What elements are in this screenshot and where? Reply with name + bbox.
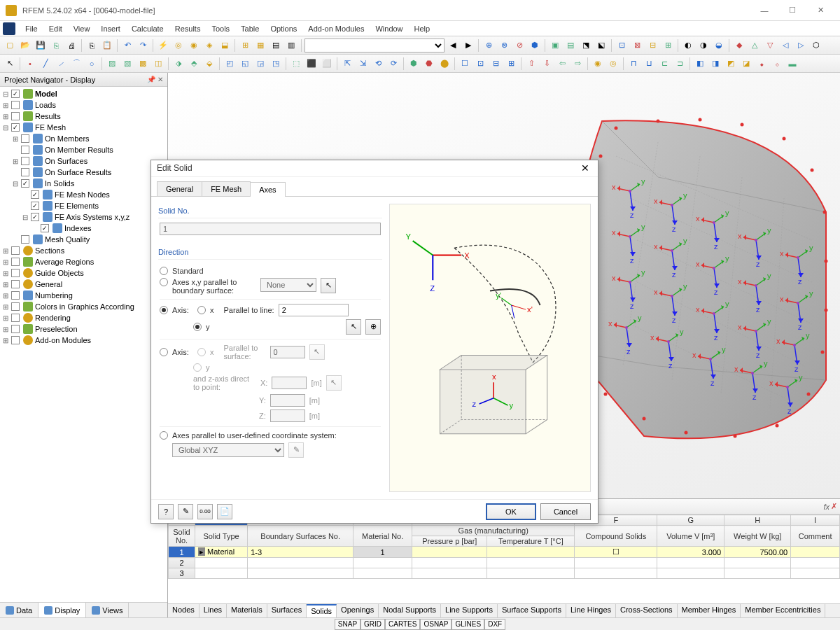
expand-icon[interactable]: ⊟ (1, 124, 10, 132)
expand-icon[interactable]: ⊞ (1, 303, 10, 311)
expand-icon[interactable]: ⊞ (1, 247, 10, 255)
expand-icon[interactable]: ⊞ (1, 113, 10, 120)
radio-user-cs[interactable] (160, 431, 168, 440)
checkbox[interactable] (11, 336, 20, 344)
menu-results[interactable]: Results (169, 22, 206, 35)
tool-icon[interactable]: ⟲ (371, 57, 385, 71)
table-tab[interactable]: Cross-Sections (616, 604, 678, 617)
expand-icon[interactable]: ⊞ (1, 337, 10, 344)
tool-icon[interactable]: ⊟ (645, 38, 659, 52)
tool-icon[interactable]: ⊠ (630, 38, 644, 52)
tree-node[interactable]: ⊞On Surfaces (1, 155, 166, 167)
loadcase-combo[interactable] (304, 38, 444, 52)
tool-icon[interactable]: ◎ (606, 57, 620, 71)
circle-icon[interactable]: ○ (85, 57, 99, 71)
menu-table[interactable]: Table (235, 22, 265, 35)
checkbox[interactable] (11, 302, 20, 311)
tool-icon[interactable]: ⬥ (755, 57, 769, 71)
checkbox[interactable] (11, 101, 20, 109)
dialog-close-icon[interactable]: ✕ (578, 161, 592, 175)
checkbox[interactable] (11, 269, 20, 277)
tool-icon[interactable]: ◳ (269, 57, 283, 71)
tree-node[interactable]: ⊞Loads (1, 99, 166, 111)
next-icon[interactable]: ▶ (461, 38, 475, 52)
saveall-icon[interactable]: ⎘ (49, 38, 63, 52)
table-tab[interactable]: Materials (227, 604, 267, 617)
polyline-icon[interactable]: ⟋ (54, 57, 68, 71)
tool-icon[interactable]: ▷ (794, 38, 808, 52)
table-tab[interactable]: Member Eccentricities (741, 604, 825, 617)
radio-standard[interactable] (160, 267, 168, 275)
tree-node[interactable]: ⊞Colors in Graphics According (1, 301, 166, 312)
expand-icon[interactable]: ⊞ (1, 258, 10, 266)
tool-icon[interactable]: ⬕ (594, 38, 608, 52)
menu-tools[interactable]: Tools (206, 22, 235, 35)
tree-node[interactable]: ⊟In Solids (1, 178, 166, 189)
tool-icon[interactable]: ⬤ (438, 57, 451, 71)
tree-node[interactable]: ⊞Numbering (1, 290, 166, 301)
tool-icon[interactable]: ▥ (284, 38, 298, 52)
tool-icon[interactable]: ⬓ (218, 38, 232, 52)
tool-icon[interactable]: ▤ (269, 38, 283, 52)
tree-node[interactable]: On Member Results (1, 144, 166, 155)
table-tab[interactable]: Lines (200, 604, 227, 617)
expand-icon[interactable]: ⊞ (1, 270, 10, 277)
menu-file[interactable]: File (20, 22, 43, 35)
maximize-button[interactable]: ☐ (778, 1, 806, 20)
tool-icon[interactable]: ⬦ (770, 57, 784, 71)
tree-node[interactable]: ⊞Preselection (1, 323, 166, 335)
tool-icon[interactable]: ⊓ (626, 57, 640, 71)
tree-node[interactable]: FE Mesh Nodes (1, 189, 166, 200)
cancel-button[interactable]: Cancel (540, 503, 591, 520)
tree-node[interactable]: ⊞Results (1, 111, 166, 122)
tool-icon[interactable]: ⊘ (512, 38, 526, 52)
tool-icon[interactable]: ⊔ (642, 57, 656, 71)
navigator-tab-views[interactable]: Views (86, 603, 129, 617)
menu-addon[interactable]: Add-on Modules (302, 22, 370, 35)
tool-icon[interactable]: ⇦ (555, 57, 569, 71)
table-tab[interactable]: Line Hinges (566, 604, 616, 617)
close-button[interactable]: ✕ (806, 1, 834, 20)
ok-button[interactable]: OK (486, 503, 536, 520)
tool-icon[interactable]: ◈ (202, 38, 216, 52)
navigator-tab-display[interactable]: Display (38, 603, 86, 617)
radio-axis-line[interactable] (160, 306, 168, 314)
minimize-button[interactable]: — (750, 1, 778, 20)
menu-view[interactable]: View (68, 22, 96, 35)
status-segment[interactable]: GLINES (451, 619, 484, 630)
tree-node[interactable]: ⊞General (1, 279, 166, 290)
menu-insert[interactable]: Insert (95, 22, 126, 35)
navigator-tree[interactable]: ⊟Model⊞Loads⊞Results⊟FE Mesh⊞On MembersO… (0, 87, 167, 602)
copy-icon[interactable]: ⎘ (85, 38, 99, 52)
checkbox[interactable] (11, 123, 20, 132)
expand-icon[interactable]: ⊞ (11, 158, 20, 165)
status-segment[interactable]: OSNAP (420, 619, 451, 630)
table-tab[interactable]: Nodal Supports (379, 604, 441, 617)
dialog-tab-general[interactable]: General (157, 181, 202, 196)
expand-icon[interactable]: ⊞ (1, 314, 10, 322)
tool-icon[interactable]: ◫ (151, 57, 165, 71)
tool-icon[interactable]: ⚡ (156, 38, 170, 52)
expand-icon[interactable]: ⊟ (21, 214, 29, 221)
tool-icon[interactable]: ⬜ (320, 57, 334, 71)
save-icon[interactable]: 💾 (34, 38, 48, 52)
checkbox[interactable] (21, 157, 29, 165)
help-icon[interactable]: ? (158, 504, 174, 519)
tool-icon[interactable]: ▨ (105, 57, 119, 71)
tool-icon[interactable]: ◁ (778, 38, 792, 52)
dialog-tab-axes[interactable]: Axes (250, 182, 285, 197)
tool-icon[interactable]: ▣ (548, 38, 562, 52)
table-row[interactable]: 3 (169, 568, 840, 579)
menu-help[interactable]: Help (409, 22, 436, 35)
pointer-icon[interactable]: ↖ (3, 57, 17, 71)
expand-icon[interactable]: ⊞ (1, 292, 10, 300)
tool-icon[interactable]: ◧ (693, 57, 707, 71)
status-segment[interactable]: GRID (360, 619, 385, 630)
tool-icon[interactable]: ◐ (681, 38, 695, 52)
checkbox[interactable] (31, 213, 39, 221)
tool-icon[interactable]: ⊞ (504, 57, 518, 71)
fx-icon[interactable]: ✗ (831, 502, 837, 511)
tool-icon[interactable]: ▩ (136, 57, 150, 71)
table-tab[interactable]: Line Supports (441, 604, 498, 617)
tree-node[interactable]: ⊞Rendering (1, 312, 166, 323)
